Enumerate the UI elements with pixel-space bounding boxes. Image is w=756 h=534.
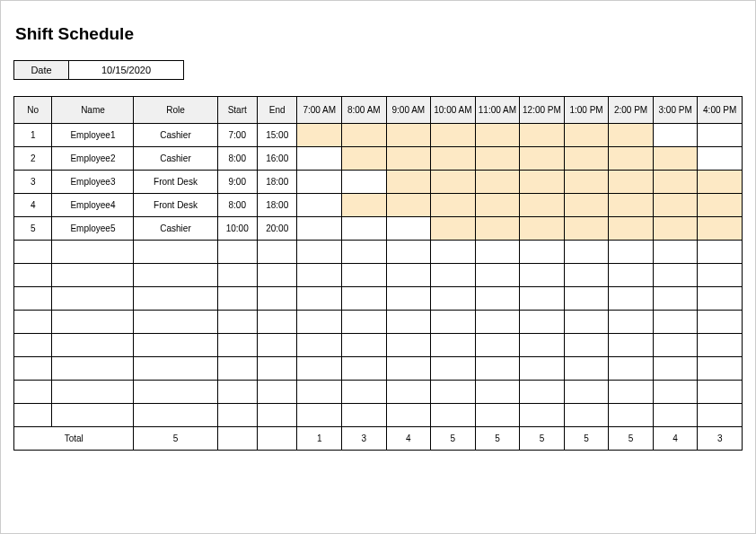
empty-cell	[609, 264, 654, 287]
empty-cell	[297, 264, 342, 287]
table-row-empty	[14, 287, 743, 311]
empty-cell	[52, 241, 134, 264]
cell-start: 7:00	[217, 124, 257, 147]
col-end: End	[257, 97, 296, 124]
col-hour: 8:00 AM	[342, 97, 387, 124]
empty-cell	[217, 357, 257, 381]
empty-cell	[52, 404, 134, 427]
slot-cell	[653, 147, 698, 171]
empty-cell	[386, 287, 431, 311]
table-row-empty	[14, 241, 743, 264]
empty-cell	[342, 381, 387, 404]
empty-cell	[14, 381, 52, 404]
slot-cell	[609, 217, 654, 241]
empty-cell	[609, 381, 654, 404]
empty-cell	[564, 287, 609, 311]
cell-no: 2	[14, 147, 52, 171]
cell-end: 18:00	[257, 171, 296, 194]
slot-cell	[475, 147, 520, 171]
table-row: 1Employee1Cashier7:0015:00	[14, 124, 743, 147]
slot-cell	[342, 194, 387, 217]
slot-cell	[297, 194, 342, 217]
page-title: Shift Schedule	[15, 24, 743, 44]
col-hour: 1:00 PM	[564, 97, 609, 124]
empty-cell	[431, 381, 476, 404]
cell-end: 20:00	[257, 217, 296, 241]
total-hour: 5	[475, 427, 520, 451]
slot-cell	[609, 171, 654, 194]
slot-cell	[698, 217, 743, 241]
empty-cell	[653, 381, 698, 404]
slot-cell	[431, 124, 476, 147]
empty-cell	[475, 357, 520, 381]
empty-cell	[386, 334, 431, 357]
empty-cell	[14, 404, 52, 427]
total-hour: 5	[609, 427, 654, 451]
empty-cell	[342, 264, 387, 287]
slot-cell	[342, 147, 387, 171]
slot-cell	[386, 217, 431, 241]
empty-cell	[257, 287, 296, 311]
empty-cell	[257, 241, 296, 264]
empty-cell	[431, 404, 476, 427]
slot-cell	[342, 124, 387, 147]
empty-cell	[386, 311, 431, 334]
empty-cell	[698, 311, 743, 334]
empty-cell	[653, 334, 698, 357]
slot-cell	[520, 171, 565, 194]
empty-cell	[698, 381, 743, 404]
total-hour: 4	[653, 427, 698, 451]
empty-cell	[386, 357, 431, 381]
col-hour: 12:00 PM	[520, 97, 565, 124]
empty-cell	[520, 241, 565, 264]
cell-name: Employee3	[52, 171, 134, 194]
cell-name: Employee4	[52, 194, 134, 217]
empty-cell	[134, 357, 217, 381]
empty-cell	[342, 404, 387, 427]
schedule-table: No Name Role Start End 7:00 AM8:00 AM9:0…	[13, 96, 743, 451]
empty-cell	[475, 381, 520, 404]
empty-cell	[475, 311, 520, 334]
empty-cell	[520, 311, 565, 334]
table-body: 1Employee1Cashier7:0015:002Employee2Cash…	[14, 124, 743, 451]
slot-cell	[609, 194, 654, 217]
slot-cell	[475, 124, 520, 147]
empty-cell	[653, 287, 698, 311]
empty-cell	[653, 404, 698, 427]
empty-cell	[342, 311, 387, 334]
empty-cell	[297, 357, 342, 381]
slot-cell	[431, 171, 476, 194]
slot-cell	[698, 147, 743, 171]
empty-cell	[520, 264, 565, 287]
col-hour: 2:00 PM	[609, 97, 654, 124]
empty-cell	[653, 311, 698, 334]
slot-cell	[564, 217, 609, 241]
slot-cell	[653, 217, 698, 241]
total-hour: 5	[431, 427, 476, 451]
slot-cell	[520, 147, 565, 171]
empty-cell	[386, 264, 431, 287]
empty-cell	[14, 357, 52, 381]
empty-cell	[342, 287, 387, 311]
total-hour: 5	[520, 427, 565, 451]
empty-cell	[297, 241, 342, 264]
slot-cell	[297, 147, 342, 171]
slot-cell	[475, 217, 520, 241]
cell-start: 10:00	[217, 217, 257, 241]
slot-cell	[520, 124, 565, 147]
empty-cell	[217, 241, 257, 264]
table-row-empty	[14, 357, 743, 381]
empty-cell	[653, 264, 698, 287]
slot-cell	[297, 217, 342, 241]
empty-cell	[386, 404, 431, 427]
empty-cell	[520, 404, 565, 427]
empty-cell	[217, 334, 257, 357]
slot-cell	[386, 171, 431, 194]
slot-cell	[564, 194, 609, 217]
cell-no: 3	[14, 171, 52, 194]
empty-cell	[134, 287, 217, 311]
cell-end: 18:00	[257, 194, 296, 217]
empty-cell	[14, 334, 52, 357]
empty-cell	[564, 404, 609, 427]
cell-end: 16:00	[257, 147, 296, 171]
